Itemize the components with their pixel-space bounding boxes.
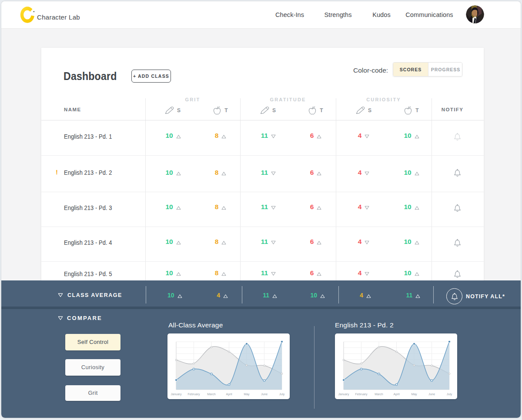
svg-text:February: February: [355, 393, 368, 396]
svg-text:July: July: [279, 393, 285, 396]
svg-text:February: February: [187, 393, 200, 396]
svg-text:May: May: [411, 393, 417, 396]
svg-text:April: April: [393, 393, 399, 396]
svg-text:April: April: [226, 393, 232, 396]
svg-text:March: March: [207, 393, 216, 396]
svg-text:March: March: [375, 393, 383, 396]
svg-text:January: January: [171, 393, 182, 396]
svg-text:January: January: [338, 393, 349, 396]
svg-text:June: June: [428, 393, 435, 396]
svg-text:May: May: [244, 393, 250, 396]
svg-text:July: July: [447, 393, 452, 396]
svg-text:June: June: [261, 393, 268, 396]
